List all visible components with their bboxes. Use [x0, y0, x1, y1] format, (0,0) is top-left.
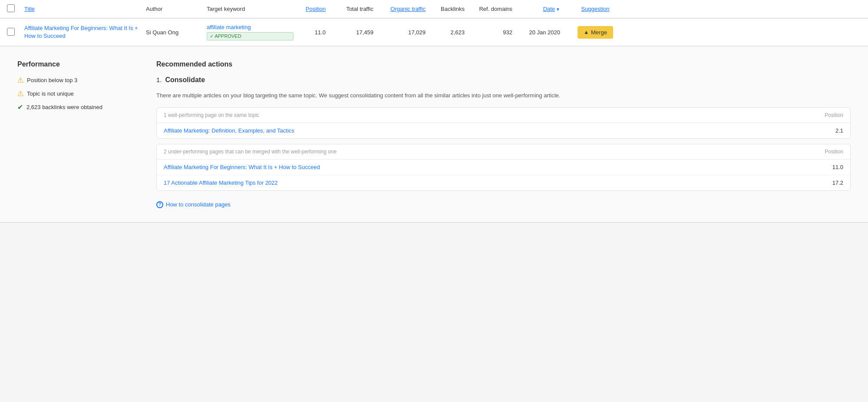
performance-title: Performance [17, 60, 130, 68]
row-checkbox[interactable] [7, 28, 15, 36]
consolidate-description: There are multiple articles on your blog… [156, 91, 851, 100]
consolidate-label: Consolidate [165, 76, 205, 84]
warning-icon-2: ⚠ [17, 90, 23, 98]
underperforming-page-link-1[interactable]: Affiliate Marketing For Beginners: What … [164, 164, 320, 170]
col-author: Author [146, 6, 207, 12]
table-row: Affiliate Marketing For Beginners: What … [0, 19, 868, 46]
underperforming-position-1: 11.0 [832, 164, 843, 170]
expanded-panel: Performance ⚠ Position below top 3 ⚠ Top… [0, 47, 868, 223]
row-title-link[interactable]: Affiliate Marketing For Beginners: What … [24, 25, 138, 39]
underperforming-header: 2 under-performing pages that can be mer… [157, 144, 850, 159]
well-performing-position-1: 2.1 [835, 127, 843, 134]
underperforming-row-2: 17 Actionable Affiliate Marketing Tips f… [157, 175, 850, 190]
perf-item-2-text: Topic is not unique [27, 90, 74, 97]
performance-items: ⚠ Position below top 3 ⚠ Topic is not un… [17, 76, 130, 111]
perf-item-2: ⚠ Topic is not unique [17, 90, 130, 98]
well-performing-row-1: Affiliate Marketing: Definition, Example… [157, 123, 850, 138]
performance-section: Performance ⚠ Position below top 3 ⚠ Top… [17, 60, 130, 208]
approved-badge: ✓ APPROVED [207, 32, 294, 40]
bottom-divider [0, 223, 868, 223]
recommended-title: Recommended actions [156, 60, 851, 68]
col-position[interactable]: Position [294, 6, 333, 12]
well-performing-page-link-1[interactable]: Affiliate Marketing: Definition, Example… [164, 127, 294, 134]
row-date: 20 Jan 2020 [519, 29, 567, 36]
col-target-keyword: Target keyword [207, 6, 294, 12]
row-author: Si Quan Ong [146, 29, 207, 36]
merge-button[interactable]: ▲ Merge [578, 26, 613, 39]
col-title[interactable]: Title [24, 6, 146, 12]
col-total-traffic: Total traffic [333, 6, 380, 12]
perf-item-1: ⚠ Position below top 3 [17, 76, 130, 84]
col-date[interactable]: Date▼ [519, 6, 567, 12]
success-icon-1: ✔ [17, 103, 23, 111]
row-position: 11.0 [294, 29, 333, 36]
row-keyword-link[interactable]: affiliate marketing [207, 24, 294, 30]
perf-item-3: ✔ 2,623 backlinks were obtained [17, 103, 130, 111]
col-ref-domains: Ref. domains [472, 6, 519, 12]
well-performing-header: 1 well-performing page on the same topic… [157, 108, 850, 123]
table-header: Title Author Target keyword Position Tot… [0, 0, 868, 19]
perf-item-3-text: 2,623 backlinks were obtained [26, 104, 102, 110]
col-suggestion: Suggestion [567, 6, 624, 12]
well-performing-box: 1 well-performing page on the same topic… [156, 107, 851, 139]
col-backlinks: Backlinks [432, 6, 472, 12]
recommended-section: Recommended actions 1. Consolidate There… [156, 60, 851, 208]
underperforming-position-2: 17.2 [832, 179, 843, 186]
col-organic-traffic[interactable]: Organic traffic [380, 6, 432, 12]
underperforming-box: 2 under-performing pages that can be mer… [156, 144, 851, 191]
row-total-traffic: 17,459 [333, 29, 380, 36]
merge-arrow-icon: ▲ [584, 29, 589, 35]
action-number: 1. [156, 76, 162, 83]
row-backlinks: 2,623 [432, 29, 472, 36]
perf-item-1-text: Position below top 3 [27, 77, 77, 83]
sort-arrow-icon: ▼ [556, 7, 560, 12]
select-all-checkbox[interactable] [7, 4, 15, 12]
underperforming-page-link-2[interactable]: 17 Actionable Affiliate Marketing Tips f… [164, 179, 278, 186]
row-organic-traffic: 17,029 [380, 29, 432, 36]
row-keyword-cell: affiliate marketing ✓ APPROVED [207, 24, 294, 40]
how-to-consolidate-link[interactable]: ? How to consolidate pages [156, 201, 231, 208]
underperforming-row-1: Affiliate Marketing For Beginners: What … [157, 159, 850, 175]
help-icon: ? [156, 201, 163, 208]
warning-icon-1: ⚠ [17, 76, 23, 84]
row-ref-domains: 932 [472, 29, 519, 36]
